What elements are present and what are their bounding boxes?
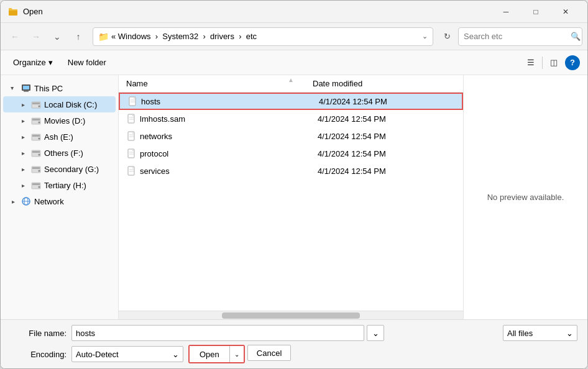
lmhosts-file-icon <box>126 113 137 124</box>
back-button[interactable]: ← <box>6 27 24 46</box>
svg-rect-20 <box>32 183 40 185</box>
svg-point-12 <box>39 138 40 140</box>
movies-icon <box>30 115 42 126</box>
main-area: ▸ This PC ▸ Local Disk (C:) ▸ <box>1 75 587 319</box>
filename-label: File name: <box>11 329 67 338</box>
dropdown-button[interactable]: ⌄ <box>48 27 67 46</box>
this-pc-chevron-icon: ▸ <box>8 83 18 93</box>
sidebar-item-movies[interactable]: ▸ Movies (D:) <box>3 112 116 129</box>
services-file-icon <box>126 165 137 176</box>
view-icon: ☰ <box>527 58 535 67</box>
horizontal-scrollbar-thumb[interactable] <box>222 312 360 319</box>
networks-file-icon <box>126 130 137 142</box>
local-disk-chevron-icon: ▸ <box>18 99 28 109</box>
cancel-button[interactable]: Cancel <box>247 345 291 361</box>
minimize-button[interactable]: ─ <box>492 2 520 21</box>
new-folder-button[interactable]: New folder <box>63 55 111 70</box>
open-button-group: Open ⌄ <box>188 345 245 363</box>
forward-button[interactable]: → <box>27 27 45 46</box>
encoding-row: Encoding: Auto-Detect ⌄ Open ⌄ Cancel <box>11 345 577 363</box>
local-disk-icon <box>30 99 42 110</box>
secondary-icon <box>30 163 42 175</box>
network-icon <box>21 196 32 207</box>
networks-file-date: 4/1/2024 12:54 PM <box>318 132 386 141</box>
open-dropdown-arrow[interactable]: ⌄ <box>230 346 244 362</box>
window-controls: ─ □ ✕ <box>492 2 580 21</box>
organize-button[interactable]: Organize ▾ <box>8 55 58 70</box>
sidebar-item-ash[interactable]: ▸ Ash (E:) <box>3 129 116 145</box>
secondary-label: Secondary (G:) <box>44 165 99 174</box>
toolbar: Organize ▾ New folder ☰ ◫ ? <box>1 50 587 75</box>
sort-indicator: ▲ <box>288 75 294 83</box>
view-icon-button[interactable]: ☰ <box>522 54 540 71</box>
file-row-networks[interactable]: networks 4/1/2024 12:54 PM <box>119 127 463 145</box>
lmhosts-file-date: 4/1/2024 12:54 PM <box>318 114 386 124</box>
dialog-icon <box>8 7 18 17</box>
svg-rect-3 <box>24 91 29 92</box>
tertiary-icon <box>30 180 42 191</box>
filename-wrapper: ⌄ All files ⌄ <box>71 325 577 341</box>
network-label: Network <box>34 197 64 206</box>
search-box[interactable]: 🔍 <box>458 27 582 46</box>
file-type-dropdown[interactable]: All files ⌄ <box>503 325 577 341</box>
filename-dropdown-btn[interactable]: ⌄ <box>367 325 384 341</box>
svg-rect-17 <box>32 167 40 169</box>
refresh-button[interactable]: ↻ <box>438 28 456 45</box>
protocol-file-icon <box>126 148 137 159</box>
sidebar-item-this-pc[interactable]: ▸ This PC <box>3 80 116 96</box>
svg-point-18 <box>39 170 40 172</box>
svg-point-6 <box>39 106 40 107</box>
search-icon: 🔍 <box>571 32 581 41</box>
tertiary-chevron-icon: ▸ <box>18 180 28 190</box>
others-icon <box>30 147 42 158</box>
tertiary-label: Tertiary (H:) <box>44 181 86 190</box>
dialog-title: Open <box>23 7 492 16</box>
others-chevron-icon: ▸ <box>18 148 28 158</box>
sidebar-item-tertiary[interactable]: ▸ Tertiary (H:) <box>3 177 116 193</box>
panel-icon-button[interactable]: ◫ <box>545 54 563 71</box>
hosts-file-name: hosts <box>141 97 316 106</box>
file-row-services[interactable]: services 4/1/2024 12:54 PM <box>119 162 463 180</box>
file-row-lmhosts[interactable]: lmhosts.sam 4/1/2024 12:54 PM <box>119 110 463 127</box>
preview-text: No preview available. <box>487 193 564 202</box>
lmhosts-file-name: lmhosts.sam <box>140 114 315 124</box>
horizontal-scrollbar[interactable] <box>119 311 463 319</box>
filename-input[interactable] <box>71 325 364 341</box>
svg-rect-2 <box>23 86 29 89</box>
address-chevron-icon[interactable]: ⌄ <box>422 32 428 40</box>
sidebar-item-network[interactable]: ▸ Network <box>3 193 116 209</box>
file-list-header: ▲ Name Date modified <box>119 75 463 93</box>
help-button[interactable]: ? <box>565 55 580 70</box>
search-input[interactable] <box>464 32 568 41</box>
maximize-button[interactable]: □ <box>521 2 550 21</box>
svg-point-9 <box>39 122 40 124</box>
sidebar-item-others[interactable]: ▸ Others (F:) <box>3 145 116 161</box>
local-disk-label: Local Disk (C:) <box>44 100 97 109</box>
open-button[interactable]: Open <box>190 346 230 362</box>
action-buttons: Open ⌄ Cancel <box>188 345 291 363</box>
nav-bar: ← → ⌄ ↑ 📁 « Windows › System32 › drivers… <box>1 23 587 50</box>
address-bar[interactable]: 📁 « Windows › System32 › drivers › etc ⌄ <box>93 27 433 46</box>
file-list: hosts 4/1/2024 12:54 PM lmhosts.sam 4/1/… <box>119 93 463 311</box>
column-date[interactable]: Date modified <box>313 79 362 88</box>
movies-chevron-icon: ▸ <box>18 116 28 125</box>
column-name[interactable]: Name <box>126 79 313 88</box>
svg-rect-5 <box>32 102 40 104</box>
svg-rect-11 <box>32 135 40 137</box>
this-pc-icon <box>21 83 32 94</box>
sidebar-item-secondary[interactable]: ▸ Secondary (G:) <box>3 161 116 177</box>
services-file-name: services <box>140 166 315 176</box>
hosts-file-icon <box>127 96 139 107</box>
sidebar: ▸ This PC ▸ Local Disk (C:) ▸ <box>1 75 119 319</box>
this-pc-label: This PC <box>34 84 63 93</box>
networks-file-name: networks <box>140 132 315 141</box>
up-button[interactable]: ↑ <box>69 27 88 46</box>
encoding-value: Auto-Detect <box>76 350 119 359</box>
file-row-hosts[interactable]: hosts 4/1/2024 12:54 PM <box>119 93 463 110</box>
file-row-protocol[interactable]: protocol 4/1/2024 12:54 PM <box>119 145 463 162</box>
ash-label: Ash (E:) <box>44 132 73 142</box>
encoding-dropdown[interactable]: Auto-Detect ⌄ <box>71 346 183 362</box>
sidebar-item-local-disk[interactable]: ▸ Local Disk (C:) <box>3 96 116 112</box>
encoding-label: Encoding: <box>11 350 67 359</box>
close-button[interactable]: ✕ <box>551 2 580 21</box>
